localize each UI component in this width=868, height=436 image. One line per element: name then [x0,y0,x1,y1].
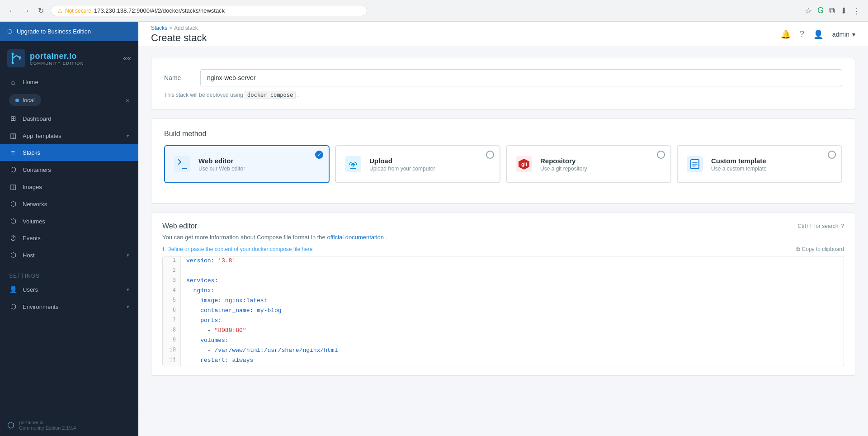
sidebar-item-events[interactable]: ⏱ Events [0,230,138,246]
sidebar-item-label: Stacks [23,149,129,156]
editor-paste-hint: ℹ Define or paste the content of your do… [162,246,313,252]
web-editor-radio[interactable] [315,151,323,159]
events-icon: ⏱ [9,234,17,242]
upgrade-banner[interactable]: ⬡ Upgrade to Business Edition [0,22,138,41]
notifications-icon[interactable]: 🔔 [781,29,791,39]
browser-chrome: ← → ↻ ⚠ Not secure 173.230.138.72:9000/#… [0,0,868,22]
address-bar[interactable]: ⚠ Not secure 173.230.138.72:9000/#!/2/do… [51,5,367,16]
sidebar-item-label: Dashboard [23,115,129,122]
copy-label: Copy to clipboard [802,246,844,252]
help-icon[interactable]: ? [800,29,804,39]
grammarly-icon[interactable]: G [816,5,826,17]
sidebar-item-environments[interactable]: ⬡ Environments ▾ [0,298,138,315]
sidebar-item-volumes[interactable]: ⬡ Volumes [0,213,138,230]
extensions-icon[interactable]: ⧉ [827,5,837,17]
editor-note-pre: You can get more information about Compo… [162,234,326,241]
code-editor[interactable]: 1version: '3.8'23services:4 nginx:5 imag… [162,256,844,366]
svg-point-2 [12,62,14,64]
line-content: ports: [181,316,844,326]
sidebar-item-stacks[interactable]: ≡ Stacks [0,144,138,161]
sidebar-item-host[interactable]: ⬡ Host ▾ [0,246,138,264]
code-line: 7 ports: [163,316,844,326]
user-menu[interactable]: admin ▾ [832,31,855,38]
stack-name-input[interactable] [200,69,842,86]
back-button[interactable]: ← [5,5,18,17]
menu-icon[interactable]: ⋮ [851,5,863,17]
upload-radio[interactable] [486,151,494,159]
sidebar-item-users[interactable]: 👤 Users ▾ [0,281,138,298]
containers-icon: ⬡ [9,166,17,174]
repository-icon: git [514,154,534,174]
upgrade-icon: ⬡ [7,28,12,35]
browser-actions: ☆ G ⧉ ⬇ ⋮ [803,5,863,17]
build-method-repository[interactable]: git Repository Use a git repository [506,145,671,183]
code-line: 9 volumes: [163,336,844,346]
logo-sub-text: COMMUNITY EDITION [30,61,84,66]
user-icon[interactable]: 👤 [813,29,823,39]
build-method-title: Build method [164,130,842,138]
upload-info: Upload Upload from your computer [369,157,492,172]
build-method-web-editor[interactable]: Web editor Use our Web editor [164,145,330,183]
line-number: 9 [163,336,181,346]
line-content [181,266,844,276]
repository-radio[interactable] [657,151,665,159]
web-editor-section: Web editor Ctrl+F for search ? You can g… [151,213,855,376]
sidebar-item-containers[interactable]: ⬡ Containers [0,161,138,178]
official-documentation-link[interactable]: official documentation [327,234,384,241]
web-editor-info: Web editor Use our Web editor [198,157,321,172]
chevron-down-icon: ▾ [127,304,129,310]
stack-name-card: Name This stack will be deployed using d… [151,58,855,109]
chevron-down-icon: ▾ [127,133,129,139]
security-label: Not secure [65,8,91,14]
paste-hint-text: Define or paste the content of your dock… [167,246,313,252]
line-content: container_name: my-blog [181,306,844,316]
environment-badge[interactable]: local [9,94,41,106]
line-number: 7 [163,316,181,326]
environment-close-button[interactable]: × [126,97,129,104]
sidebar-item-label: Host [23,252,121,259]
bookmark-icon[interactable]: ☆ [803,5,814,17]
build-method-upload[interactable]: Upload Upload from your computer [335,145,500,183]
search-help-icon[interactable]: ? [841,223,844,229]
code-line: 11 restart: always [163,356,844,366]
editor-header: Web editor Ctrl+F for search ? [162,222,844,230]
sidebar-item-home[interactable]: ⌂ Home [0,74,138,90]
breadcrumb: Stacks > Add stack [151,25,207,31]
networks-icon: ⬡ [9,200,17,208]
custom-template-radio[interactable] [828,151,836,159]
sidebar-item-networks[interactable]: ⬡ Networks [0,195,138,213]
sidebar-item-label: App Templates [23,133,121,139]
environment-name: local [23,97,35,104]
copy-to-clipboard-button[interactable]: ⧉ Copy to clipboard [796,246,844,252]
sidebar-item-label: Home [23,79,129,85]
repository-desc: Use a git repository [540,166,663,172]
logo-text: portainer.io COMMUNITY EDITION [30,52,84,66]
sidebar-item-images[interactable]: ◫ Images [0,178,138,195]
users-icon: 👤 [9,285,17,294]
app-templates-icon: ◫ [9,132,17,140]
breadcrumb-current: Add stack [174,25,198,31]
breadcrumb-stacks-link[interactable]: Stacks [151,25,167,31]
repository-name: Repository [540,157,663,165]
home-icon: ⌂ [9,78,17,86]
build-method-custom-template[interactable]: Custom template Use a custom template [677,145,842,183]
sidebar-item-dashboard[interactable]: ⊞ Dashboard [0,110,138,127]
sidebar-item-app-templates[interactable]: ◫ App Templates ▾ [0,127,138,144]
line-number: 6 [163,306,181,316]
line-number: 5 [163,296,181,306]
reload-button[interactable]: ↻ [34,5,47,17]
name-label: Name [164,74,191,81]
build-methods-grid: Web editor Use our Web editor [164,145,842,183]
code-line: 5 image: nginx:latest [163,296,844,306]
downloads-icon[interactable]: ⬇ [839,5,849,17]
sidebar-nav-section: ⌂ Home local × ⊞ Dashboard ◫ App Templat… [0,72,138,265]
footer-text: portainer.io Community Edition 2.19.4 [19,420,76,431]
forward-button[interactable]: → [20,5,33,17]
logo-main-text: portainer.io [30,52,84,61]
sidebar: ⬡ Upgrade to Business Edition portainer.… [0,22,138,436]
svg-rect-0 [7,49,25,67]
info-icon: ℹ [162,246,165,252]
sidebar-item-label: Environments [23,303,121,310]
sidebar-collapse-button[interactable]: «« [123,54,131,62]
build-method-card: Build method Web editor [151,118,855,204]
